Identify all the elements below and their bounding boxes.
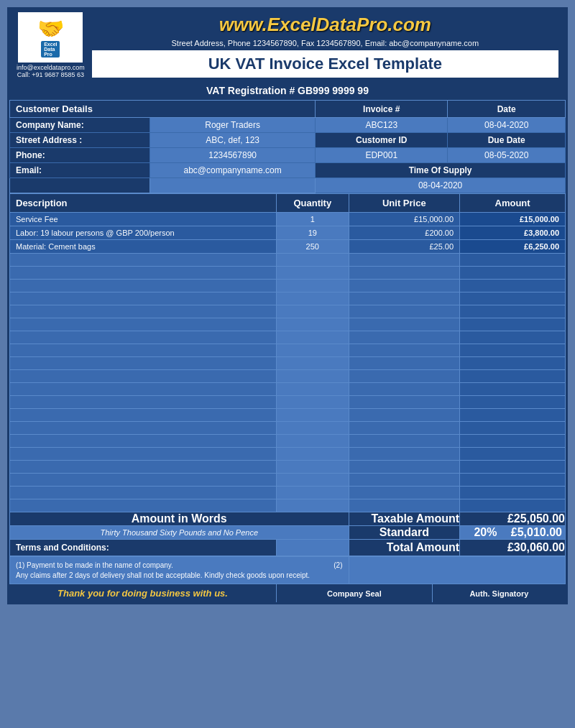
total-amount-value: £30,060.00 [460, 540, 566, 556]
empty-row [10, 474, 566, 487]
amount-2: £3,800.00 [460, 226, 566, 240]
invoice-date: 08-04-2020 [448, 118, 566, 133]
terms-body1: (1) Payment to be made in the name of co… [16, 561, 343, 569]
empty-row [10, 396, 566, 409]
empty-row [10, 499, 566, 512]
info-line2: Call: +91 9687 8585 63 [17, 71, 85, 78]
price-1: £15,000.00 [349, 213, 460, 226]
amount-words-value: Thirty Thousand Sixty Pounds and No Penc… [10, 526, 349, 540]
unit-price-header: Unit Price [349, 194, 460, 213]
vat-registration: VAT Registration # GB999 9999 99 [206, 85, 369, 96]
empty-row [10, 487, 566, 499]
taxable-amount-value: £25,050.00 [460, 512, 566, 526]
desc-3: Material: Cement bags [10, 240, 277, 254]
vat-row: Thirty Thousand Sixty Pounds and No Penc… [10, 526, 566, 540]
auth-signatory: Auth. Signatory [432, 584, 566, 602]
due-date-value: 08-05-2020 [448, 148, 566, 163]
empty-row [10, 344, 566, 357]
empty-row [10, 435, 566, 448]
empty-row [10, 331, 566, 344]
empty-row [10, 448, 566, 461]
company-name-label: Company Name: [10, 118, 150, 133]
company-seal: Company Seal [277, 584, 433, 602]
empty-row [10, 422, 566, 435]
contact-info: Street Address, Phone 1234567890, Fax 12… [92, 39, 558, 47]
street-address-value: ABC, def, 123 [150, 133, 316, 148]
thank-you-text: Thank you for doing business with us. [9, 584, 277, 602]
time-supply-value: 08-04-2020 [316, 178, 566, 193]
due-date-label: Due Date [448, 133, 566, 148]
phone-label: Phone: [10, 148, 150, 163]
customer-id-value: EDP001 [316, 148, 448, 163]
amount-1: £15,000.00 [460, 213, 566, 226]
empty-row [10, 267, 566, 280]
email-value: abc@companyname.com [150, 163, 316, 178]
empty-row [10, 409, 566, 422]
total-row: Terms and Conditions: Total Amount £30,0… [10, 540, 566, 556]
company-name-value: Roger Traders [150, 118, 316, 133]
qty-2: 19 [277, 226, 349, 240]
terms-body3: Any claims after 2 days of delivery shal… [16, 571, 343, 579]
time-supply-label: Time Of Supply [316, 163, 566, 178]
phone-value: 1234567890 [150, 148, 316, 163]
empty-row [10, 305, 566, 318]
info-line1: info@exceldatapro.com [17, 64, 85, 71]
desc-1: Service Fee [10, 213, 277, 226]
price-2: £200.00 [349, 226, 460, 240]
total-amount-label: Total Amount [349, 540, 460, 556]
invoice-number: ABC123 [316, 118, 448, 133]
empty-row [10, 461, 566, 474]
empty-row [10, 254, 566, 267]
vat-amount-value: £5,010.00 [511, 526, 562, 539]
price-3: £25.00 [349, 240, 460, 254]
taxable-amount-row: Amount in Words Taxable Amount £25,050.0… [10, 512, 566, 526]
amount-3: £6,250.00 [460, 240, 566, 254]
email-label: Email: [10, 163, 150, 178]
empty-row [10, 280, 566, 292]
qty-3: 250 [277, 240, 349, 254]
taxable-amount-label: Taxable Amount [349, 512, 460, 526]
vat-percentage: 20% £5,010.00 [460, 526, 566, 540]
empty-row [10, 357, 566, 370]
amount-header: Amount [460, 194, 566, 213]
empty-row [10, 292, 566, 305]
description-header: Description [10, 194, 277, 213]
customer-details-header: Customer Details [10, 101, 316, 118]
invoice-title: UK VAT Invoice Excel Template [96, 55, 554, 73]
qty-1: 1 [277, 213, 349, 226]
invoice-hash-label: Invoice # [316, 101, 448, 118]
standard-label: Standard [349, 526, 460, 540]
line-item-2: Labor: 19 labour persons @ GBP 200/perso… [10, 226, 566, 240]
line-item-3: Material: Cement bags 250 £25.00 £6,250.… [10, 240, 566, 254]
street-address-label: Street Address : [10, 133, 150, 148]
line-item-1: Service Fee 1 £15,000.00 £15,000.00 [10, 213, 566, 226]
desc-2: Labor: 19 labour persons @ GBP 200/perso… [10, 226, 277, 240]
amount-in-words-label: Amount in Words [10, 512, 349, 526]
empty-row [10, 318, 566, 331]
date-label: Date [448, 101, 566, 118]
empty-row [10, 370, 566, 383]
quantity-header: Quantity [277, 194, 349, 213]
empty-row [10, 383, 566, 396]
customer-id-label: Customer ID [316, 133, 448, 148]
website-title: www.ExcelDataPro.com [92, 14, 558, 36]
terms-header: Terms and Conditions: [10, 540, 277, 556]
